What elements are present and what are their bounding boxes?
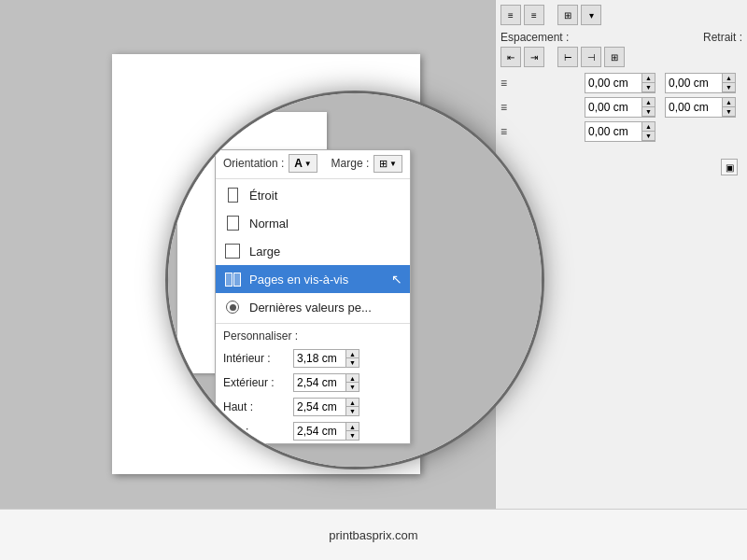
menu-item-dernieres[interactable]: Dernières valeurs pe... (216, 293, 410, 321)
dropdown-top-row: Orientation : A ▼ Marge : ⊞ ▼ (216, 150, 410, 176)
normal-label: Normal (249, 217, 289, 231)
website-url: printbasprix.com (329, 528, 417, 542)
menu-divider-middle (216, 323, 410, 324)
toolbar-btn-2[interactable]: ≡ (524, 5, 544, 25)
interieur-input[interactable] (294, 350, 345, 367)
spinbox-1b-down[interactable]: ▼ (722, 83, 735, 92)
haut-up[interactable]: ▲ (345, 399, 359, 407)
spinbox-2-input[interactable] (585, 98, 641, 117)
personalize-label: Personnaliser : (216, 326, 410, 346)
vis-a-vis-label: Pages en vis-à-vis (249, 273, 348, 287)
spinbox-1-input[interactable] (585, 74, 641, 92)
spinbox-2b[interactable]: ▲ ▼ (665, 97, 736, 118)
dernieres-label: Dernières valeurs pe... (249, 301, 372, 315)
spinbox-3-up[interactable]: ▲ (641, 122, 655, 132)
spinbox-2-up[interactable]: ▲ (641, 98, 655, 107)
spinbox-1-up[interactable]: ▲ (641, 74, 655, 83)
exterieur-spinbox[interactable]: ▲ ▼ (293, 373, 359, 392)
etroit-label: Étroit (249, 189, 277, 203)
menu-item-large[interactable]: Large (216, 237, 410, 265)
bas-input[interactable] (294, 423, 345, 440)
menu-item-pages-vis-a-vis[interactable]: Pages en vis-à-vis ↖ (216, 265, 410, 293)
interieur-row: Intérieur : ▲ ▼ (216, 346, 410, 371)
spinbox-1b-input[interactable] (666, 74, 722, 92)
spinbox-1-down[interactable]: ▼ (641, 83, 655, 92)
menu-item-etroit[interactable]: Étroit (216, 181, 410, 209)
exterieur-up[interactable]: ▲ (345, 374, 359, 383)
retrait-label: Retrait : (703, 31, 742, 44)
spinbox-3-input[interactable] (585, 122, 641, 141)
spinbox-2b-down[interactable]: ▼ (722, 107, 735, 117)
dernieres-icon (223, 298, 242, 316)
bas-down[interactable]: ▼ (345, 431, 359, 440)
exterieur-input[interactable] (294, 374, 345, 391)
orientation-label: Orientation : (223, 157, 284, 170)
cursor-arrow: ↖ (391, 272, 402, 287)
grid-icon: ⊞ (379, 158, 388, 170)
spinbox-3[interactable]: ▲ ▼ (585, 121, 655, 142)
interieur-spinbox[interactable]: ▲ ▼ (293, 349, 359, 368)
toolbar-btn-1[interactable]: ≡ (500, 5, 521, 25)
etroit-icon (223, 186, 242, 204)
corner-btn[interactable]: ▣ (721, 159, 738, 175)
bas-up[interactable]: ▲ (345, 423, 359, 431)
spinbox-2-down[interactable]: ▼ (641, 107, 655, 117)
toolbar-btn-4[interactable]: ▾ (581, 5, 601, 25)
exterieur-row: Extérieur : ▲ ▼ (216, 371, 410, 395)
spinbox-1b[interactable]: ▲ ▼ (665, 73, 736, 93)
interieur-down[interactable]: ▼ (345, 358, 359, 367)
interieur-label: Intérieur : (223, 352, 289, 365)
bas-spinbox[interactable]: ▲ ▼ (293, 422, 359, 441)
espacement-label: Espacement : (500, 31, 569, 44)
a-label: A (294, 157, 303, 170)
menu-item-normal[interactable]: Normal (216, 209, 410, 237)
marge-grid-btn[interactable]: ⊞ ▼ (374, 155, 402, 173)
haut-input[interactable] (294, 399, 345, 415)
spinbox-1[interactable]: ▲ ▼ (585, 73, 655, 93)
indent-btn-4[interactable]: ⊣ (581, 47, 601, 67)
spinbox-2b-input[interactable] (666, 98, 722, 117)
bottom-bar: printbasprix.com (0, 509, 747, 560)
vis-a-vis-icon (223, 270, 242, 288)
haut-row: Haut : ▲ ▼ (216, 395, 410, 419)
haut-down[interactable]: ▼ (345, 407, 359, 415)
orientation-a-btn[interactable]: A ▼ (289, 154, 317, 173)
indent-btn-5[interactable]: ⊞ (604, 47, 625, 67)
panel-toolbar: ≡ ≡ ⊞ ▾ (500, 5, 742, 25)
panel-labels-row: Espacement : Retrait : (500, 31, 742, 44)
spinbox-row-1: ≡ ▲ ▼ ▲ ▼ (500, 73, 742, 93)
interieur-up[interactable]: ▲ (345, 350, 359, 358)
menu-divider-top (216, 178, 410, 179)
bas-row: Bas : ▲ ▼ (216, 419, 410, 443)
indent-btn-1[interactable]: ⇤ (500, 47, 521, 67)
indent-btn-2[interactable]: ⇥ (524, 47, 544, 67)
margin-dropdown: Orientation : A ▼ Marge : ⊞ ▼ Étroit (215, 149, 411, 444)
large-icon (223, 242, 242, 260)
exterieur-label: Extérieur : (223, 376, 289, 389)
magnifier-overlay: Orientation : A ▼ Marge : ⊞ ▼ Étroit (168, 93, 542, 467)
indent-btn-3[interactable]: ⊢ (557, 47, 578, 67)
large-label: Large (249, 245, 280, 259)
normal-icon (223, 214, 242, 232)
spinbox-3-down[interactable]: ▼ (641, 132, 655, 141)
panel-toolbar-2: ⇤ ⇥ ⊢ ⊣ ⊞ (500, 47, 742, 67)
bas-label: Bas : (223, 425, 289, 438)
dropdown-chevron-1: ▼ (304, 160, 312, 168)
spinbox-2b-up[interactable]: ▲ (722, 98, 735, 107)
haut-label: Haut : (223, 400, 289, 413)
toolbar-btn-3[interactable]: ⊞ (557, 5, 578, 25)
spinbox-1b-up[interactable]: ▲ (722, 74, 735, 83)
exterieur-down[interactable]: ▼ (345, 383, 359, 391)
haut-spinbox[interactable]: ▲ ▼ (293, 398, 359, 416)
spinbox-2[interactable]: ▲ ▼ (585, 97, 655, 118)
dropdown-chevron-2: ▼ (389, 160, 397, 168)
marge-label: Marge : (331, 157, 370, 170)
